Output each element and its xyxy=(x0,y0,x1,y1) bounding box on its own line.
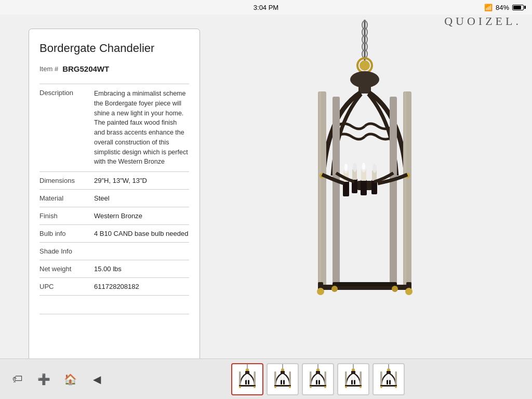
svg-rect-73 xyxy=(316,380,317,384)
svg-rect-94 xyxy=(380,385,397,387)
svg-rect-45 xyxy=(254,371,256,386)
svg-point-99 xyxy=(386,376,388,380)
svg-rect-98 xyxy=(389,380,391,384)
svg-point-47 xyxy=(239,386,241,388)
spec-row-value: 4 B10 CAND base bulb needed xyxy=(94,230,189,237)
item-number: BRG5204WT xyxy=(62,64,109,73)
thumbnail-row xyxy=(114,363,532,395)
svg-point-34 xyxy=(362,163,365,170)
spec-row-label: Dimensions xyxy=(39,177,94,184)
description-value: Embracing a minimalist scheme the Border… xyxy=(94,89,189,167)
svg-rect-74 xyxy=(318,380,320,384)
svg-point-48 xyxy=(254,386,256,388)
svg-rect-49 xyxy=(245,380,247,384)
svg-point-100 xyxy=(389,376,391,380)
spec-row-value: 15.00 lbs xyxy=(94,265,189,273)
svg-point-51 xyxy=(245,376,247,380)
spec-row-value: 611728208182 xyxy=(94,283,189,290)
svg-point-76 xyxy=(318,376,321,380)
svg-rect-62 xyxy=(283,380,285,384)
svg-rect-92 xyxy=(380,371,382,386)
svg-rect-11 xyxy=(319,91,321,289)
svg-point-72 xyxy=(324,386,326,388)
spec-row-value: Steel xyxy=(94,194,189,202)
back-button[interactable]: ◀ xyxy=(88,370,106,389)
spec-row: Shade Info xyxy=(39,242,189,260)
description-row: Description Embracing a minimalist schem… xyxy=(39,84,189,171)
svg-point-96 xyxy=(395,386,397,388)
bluetooth-icon: 📶 xyxy=(484,4,493,11)
svg-point-75 xyxy=(315,376,317,380)
spec-row-label: Bulb info xyxy=(39,230,94,237)
svg-rect-56 xyxy=(274,371,276,386)
thumbnail-2[interactable] xyxy=(267,363,299,395)
thumbnail-5[interactable] xyxy=(373,363,405,395)
svg-rect-31 xyxy=(361,180,367,195)
svg-rect-44 xyxy=(239,371,241,386)
product-image-area xyxy=(197,15,532,357)
product-info-card: Bordergate Chandelier Item # BRG5204WT D… xyxy=(29,29,200,379)
thumbnail-3[interactable] xyxy=(302,363,334,395)
home-button[interactable]: 🏠 xyxy=(61,370,79,389)
nav-left-icons: 🏷 ➕ 🏠 ◀ xyxy=(0,370,114,389)
battery-percentage: 84% xyxy=(496,4,509,11)
tag-button[interactable]: 🏷 xyxy=(8,370,26,389)
svg-point-30 xyxy=(344,164,348,171)
spec-row-label: Shade Info xyxy=(39,247,94,255)
svg-point-21 xyxy=(405,288,413,295)
spec-row: Net weight15.00 lbs xyxy=(39,260,189,277)
chandelier-image xyxy=(276,20,453,352)
svg-rect-97 xyxy=(387,380,388,384)
svg-rect-68 xyxy=(310,371,312,386)
spec-row-label: Finish xyxy=(39,212,94,220)
svg-point-22 xyxy=(331,286,338,292)
svg-rect-9 xyxy=(358,78,371,94)
svg-rect-61 xyxy=(281,380,282,384)
spec-row: UPC611728208182 xyxy=(39,277,189,295)
svg-rect-82 xyxy=(345,385,362,387)
item-number-row: Item # BRG5204WT xyxy=(39,64,189,73)
svg-rect-57 xyxy=(289,371,291,386)
item-label: Item # xyxy=(39,65,58,73)
svg-point-95 xyxy=(380,386,382,388)
spec-row: FinishWestern Bronze xyxy=(39,207,189,224)
product-title: Bordergate Chandelier xyxy=(39,42,189,55)
svg-rect-81 xyxy=(360,371,362,386)
svg-point-59 xyxy=(274,386,276,388)
svg-rect-58 xyxy=(274,385,291,387)
svg-point-20 xyxy=(317,288,324,295)
svg-rect-70 xyxy=(310,385,326,387)
svg-point-88 xyxy=(354,376,356,380)
svg-rect-46 xyxy=(239,385,256,387)
svg-rect-14 xyxy=(332,97,340,286)
spec-row: Bulb info4 B10 CAND base bulb needed xyxy=(39,224,189,242)
svg-point-64 xyxy=(283,376,285,380)
svg-rect-86 xyxy=(354,380,355,384)
svg-rect-93 xyxy=(395,371,397,386)
svg-point-84 xyxy=(360,386,362,388)
svg-point-52 xyxy=(248,376,250,380)
spec-row: Dimensions29"H, 13"W, 13"D xyxy=(39,171,189,189)
svg-rect-17 xyxy=(332,282,397,286)
empty-row-2 xyxy=(39,314,189,332)
svg-point-37 xyxy=(353,163,357,172)
spec-row-value: Western Bronze xyxy=(94,212,189,220)
spec-row-label: Net weight xyxy=(39,265,94,273)
svg-rect-15 xyxy=(390,97,397,286)
svg-point-23 xyxy=(392,286,398,292)
spec-row-label: Material xyxy=(39,194,94,202)
navigation-bar: 🏷 ➕ 🏠 ◀ xyxy=(0,358,532,399)
svg-rect-69 xyxy=(325,371,327,386)
thumbnail-4[interactable] xyxy=(337,363,369,395)
thumbnail-1[interactable] xyxy=(231,363,263,395)
svg-rect-85 xyxy=(351,380,353,384)
spec-row-value: 29"H, 13"W, 13"D xyxy=(94,177,189,184)
description-label: Description xyxy=(39,89,94,97)
empty-row-1 xyxy=(39,295,189,314)
svg-rect-50 xyxy=(248,380,249,384)
svg-rect-13 xyxy=(404,91,406,289)
spec-rows: Dimensions29"H, 13"W, 13"DMaterialSteelF… xyxy=(39,171,189,295)
svg-point-60 xyxy=(289,386,291,388)
add-button[interactable]: ➕ xyxy=(35,370,53,389)
time-display: 3:04 PM xyxy=(254,4,278,11)
